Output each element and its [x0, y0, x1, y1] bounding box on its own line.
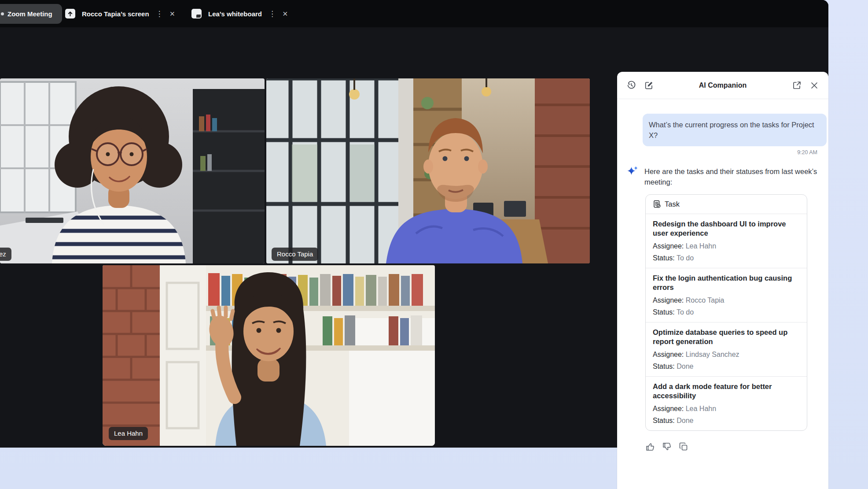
status-value: To do	[677, 254, 694, 262]
task-title: Add a dark mode feature for better acces…	[653, 382, 800, 400]
tab-lea-whiteboard-label: Lea’s whiteboard	[208, 10, 262, 18]
user-message-bubble: What’s the current progress on the tasks…	[643, 114, 827, 146]
new-chat-icon[interactable]	[644, 80, 654, 91]
tab-close-icon[interactable]: ×	[283, 9, 288, 18]
video-tile-lindsay: ez	[0, 78, 265, 263]
tab-zoom-meeting-label: Zoom Meeting	[7, 10, 52, 18]
status-label: Status:	[653, 363, 675, 370]
task-title: Redesign the dashboard UI to improve use…	[653, 219, 800, 238]
task-row: Fix the login authentication bug causing…	[646, 268, 807, 322]
message-timestamp: 9:20 AM	[626, 149, 817, 156]
assignee-label: Assignee:	[653, 242, 684, 250]
task-row: Redesign the dashboard UI to improve use…	[646, 214, 807, 268]
assignee-label: Assignee:	[653, 296, 684, 304]
tab-menu-icon[interactable]: ⋮	[268, 10, 276, 18]
chat-area: What’s the current progress on the tasks…	[617, 99, 828, 452]
meeting-status-dot	[1, 12, 4, 15]
status-value: Done	[677, 363, 693, 370]
tab-bar: Zoom Meeting Rocco Tapia’s screen ⋮ × Le…	[0, 0, 828, 27]
tab-zoom-meeting[interactable]: Zoom Meeting	[0, 4, 62, 24]
task-row: Optimize database queries to speed up re…	[646, 322, 807, 377]
task-card: Task Redesign the dashboard UI to improv…	[645, 194, 807, 431]
assignee-value: Lea Hahn	[686, 242, 716, 250]
task-list-icon	[653, 200, 661, 208]
ai-companion-panel: AI Companion What’s the current progress…	[617, 72, 828, 489]
task-card-header: Task	[646, 195, 807, 214]
response-feedback-bar	[645, 442, 818, 452]
panel-header: AI Companion	[617, 72, 828, 99]
assignee-value: Rocco Tapia	[686, 296, 725, 304]
ai-response-text: Here are the tasks and their statuses fr…	[644, 166, 818, 187]
pop-out-icon[interactable]	[791, 80, 802, 91]
task-title: Optimize database queries to speed up re…	[653, 328, 800, 346]
task-title: Fix the login authentication bug causing…	[653, 274, 800, 292]
status-value: To do	[677, 308, 694, 316]
tab-rocco-screen[interactable]: Rocco Tapia’s screen ⋮ ×	[65, 0, 175, 27]
assignee-label: Assignee:	[653, 351, 684, 358]
tab-rocco-screen-label: Rocco Tapia’s screen	[82, 10, 149, 18]
ai-companion-sparkle-icon	[626, 165, 639, 178]
thumbs-down-icon[interactable]	[662, 442, 673, 452]
task-card-header-label: Task	[665, 200, 680, 208]
assignee-value: Lindsay Sanchez	[686, 351, 739, 358]
whiteboard-icon	[191, 9, 202, 19]
thumbs-up-icon[interactable]	[645, 442, 656, 452]
assignee-value: Lea Hahn	[686, 405, 716, 412]
participant-name-tag: Lea Hahn	[109, 427, 148, 440]
screen-share-icon	[65, 9, 75, 19]
participant-name-tag: ez	[0, 248, 11, 261]
tab-menu-icon[interactable]: ⋮	[156, 10, 163, 18]
video-tile-lea: Lea Hahn	[103, 265, 435, 446]
status-value: Done	[677, 417, 693, 424]
assignee-label: Assignee:	[653, 405, 684, 412]
video-tile-rocco: Rocco Tapia	[266, 78, 590, 263]
status-label: Status:	[653, 417, 675, 424]
close-panel-icon[interactable]	[809, 80, 820, 91]
task-row: Add a dark mode feature for better acces…	[646, 377, 807, 430]
copy-icon[interactable]	[679, 442, 689, 452]
status-label: Status:	[653, 254, 675, 262]
tab-lea-whiteboard[interactable]: Lea’s whiteboard ⋮ ×	[191, 0, 288, 27]
history-icon[interactable]	[626, 80, 636, 91]
participant-name-tag: Rocco Tapia	[272, 248, 318, 261]
tab-close-icon[interactable]: ×	[170, 9, 175, 18]
status-label: Status:	[653, 308, 675, 316]
